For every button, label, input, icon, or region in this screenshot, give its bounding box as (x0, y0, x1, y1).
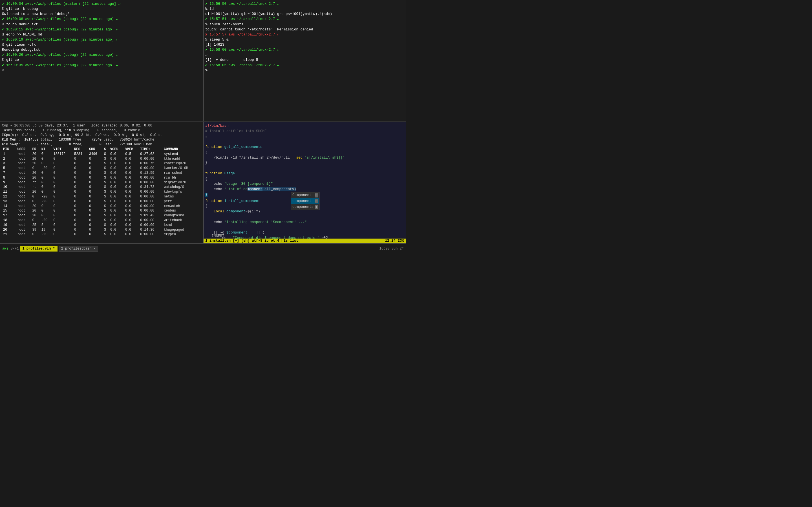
vim-bottom-bar: -- INSERT -- (204, 234, 406, 238)
process-table: PID USER PR NI VIRT RES SHR S %CPU %MEM … (2, 147, 201, 237)
vim-cursor-pos: 12,24 23% (385, 239, 404, 243)
table-row: 5root0-20000S0.00.00:00.00kworker/0:0H (2, 166, 201, 171)
bottom-left-content: top - 16:03:08 up 80 days, 23:37, 1 user… (0, 122, 203, 243)
ac-item-component-lower[interactable]: component B (291, 198, 319, 204)
tmux-prefix: aws (2, 247, 8, 251)
top-right-content: ✔ 15:56:50 aws:~/tarball/tmux-2.7 ↵ % id… (204, 0, 406, 121)
top-info: top - 16:03:08 up 80 days, 23:37, 1 user… (2, 123, 201, 147)
status-bar: aws S-F1 1 profiles:vim * 2 profiles:bas… (0, 243, 406, 253)
top-left-content: ✔ 16:00:04 aws:~/ws/profiles (master) [2… (0, 0, 203, 121)
ac-item-components[interactable]: components B (291, 204, 319, 210)
table-row: 3root200000S0.00.00:00.75ksoftirqd/0 (2, 161, 201, 166)
status-time: 16:03 Sun 2* (379, 247, 404, 251)
vim-editor: #!/bin/bash # Install dotfiles into $HOM… (204, 122, 406, 243)
tab-profiles-vim[interactable]: 1 profiles:vim * (20, 246, 57, 251)
table-row: 2root200000S0.00.00:00.00kthreadd (2, 157, 201, 161)
pane-bottom-left: top - 16:03:08 up 80 days, 23:37, 1 user… (0, 122, 203, 243)
table-row: 10rootrt0000S0.00.00:34.72watchdog/0 (2, 185, 201, 189)
tmux-key: S-F1 (11, 247, 19, 251)
table-row: 18root0-20000S0.00.00:00.00writeback (2, 218, 201, 223)
table-row: 9rootrt0000S0.00.00:00.00migration/0 (2, 180, 201, 185)
table-row: 17root200000S0.00.01:01.43khungtaskd (2, 213, 201, 218)
pane-top-left: ✔ 16:00:04 aws:~/ws/profiles (master) [2… (0, 0, 203, 122)
table-row: 19root255000S0.00.00:00.00ksmd (2, 223, 201, 228)
tab-profiles-bash[interactable]: 2 profiles:bash - (59, 246, 98, 251)
top-left-text: ✔ 16:00:04 aws:~/ws/profiles (master) [2… (2, 1, 201, 73)
terminal-container: ✔ 16:00:04 aws:~/ws/profiles (master) [2… (0, 0, 406, 243)
table-row: 14root200000S0.00.00:00.00xenwatch (2, 204, 201, 209)
autocomplete-popup[interactable]: Component B component B components B (291, 192, 319, 210)
vim-status-line: 1 install.sh [+] [sh] utf-8 ic et:4 hls … (204, 238, 406, 243)
table-row: 8root200000S0.00.00:00.00rcu_bh (2, 175, 201, 180)
table-row: 13root0-20000S0.00.00:00.00perf (2, 199, 201, 204)
table-row: 20root3919000S0.00.00:14.36khugepaged (2, 228, 201, 232)
pane-bottom-right: #!/bin/bash # Install dotfiles into $HOM… (203, 122, 406, 243)
vim-file-info: 1 install.sh [+] [sh] utf-8 ic et:4 hls … (205, 239, 298, 243)
table-row: 21root0-20000S0.00.00:00.00crypto (2, 232, 201, 237)
ac-item-component-upper[interactable]: Component B (291, 192, 319, 198)
status-left: aws S-F1 1 profiles:vim * 2 profiles:bas… (2, 246, 378, 251)
table-row: 11root200000S0.00.00:00.00kdevtmpfs (2, 189, 201, 194)
vim-text: #!/bin/bash # Install dotfiles into $HOM… (205, 123, 404, 198)
pane-top-right: ✔ 15:56:50 aws:~/tarball/tmux-2.7 ↵ % id… (203, 0, 406, 122)
table-row: 15root200000S0.00.00:00.00xenbus (2, 209, 201, 213)
top-right-text: ✔ 15:56:50 aws:~/tarball/tmux-2.7 ↵ % id… (205, 1, 404, 73)
vim-mode: -- INSERT -- (205, 234, 231, 238)
table-row: 1root20018517252843496S0.00.50:27.62syst… (2, 152, 201, 157)
table-row: 7root200000S0.00.00:13.59rcu_sched (2, 171, 201, 175)
table-row: 12root0-20000S0.00.00:00.00netns (2, 194, 201, 199)
